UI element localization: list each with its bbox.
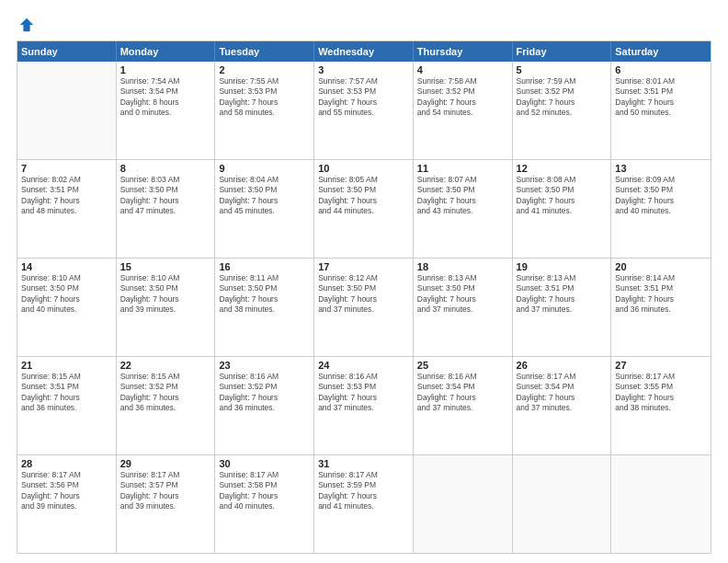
week-row-0: 1Sunrise: 7:54 AMSunset: 3:54 PMDaylight… bbox=[17, 62, 711, 160]
day-info: Sunrise: 8:17 AMSunset: 3:57 PMDaylight:… bbox=[120, 470, 211, 512]
day-number: 26 bbox=[517, 360, 608, 371]
svg-marker-0 bbox=[20, 18, 33, 31]
day-number: 3 bbox=[318, 64, 409, 75]
day-number: 16 bbox=[219, 261, 310, 272]
day-info: Sunrise: 8:08 AMSunset: 3:50 PMDaylight:… bbox=[517, 175, 608, 217]
day-info: Sunrise: 8:15 AMSunset: 3:51 PMDaylight:… bbox=[21, 372, 112, 414]
table-row: 21Sunrise: 8:15 AMSunset: 3:51 PMDayligh… bbox=[17, 357, 117, 454]
day-number: 13 bbox=[615, 163, 707, 174]
day-number: 22 bbox=[120, 360, 211, 371]
day-number: 10 bbox=[318, 163, 409, 174]
header-day-sunday: Sunday bbox=[17, 41, 117, 62]
day-number: 31 bbox=[318, 458, 409, 469]
day-info: Sunrise: 8:01 AMSunset: 3:51 PMDaylight:… bbox=[615, 76, 707, 119]
day-info: Sunrise: 8:10 AMSunset: 3:50 PMDaylight:… bbox=[120, 273, 211, 316]
table-row: 12Sunrise: 8:08 AMSunset: 3:50 PMDayligh… bbox=[513, 160, 612, 258]
table-row: 25Sunrise: 8:16 AMSunset: 3:54 PMDayligh… bbox=[414, 357, 513, 454]
day-info: Sunrise: 7:54 AMSunset: 3:54 PMDaylight:… bbox=[120, 76, 211, 119]
logo bbox=[17, 17, 35, 33]
day-number: 30 bbox=[219, 458, 310, 469]
day-number: 11 bbox=[417, 163, 508, 174]
table-row: 27Sunrise: 8:17 AMSunset: 3:55 PMDayligh… bbox=[611, 357, 711, 454]
day-number: 23 bbox=[219, 360, 310, 371]
table-row: 5Sunrise: 7:59 AMSunset: 3:52 PMDaylight… bbox=[513, 62, 612, 159]
day-info: Sunrise: 8:17 AMSunset: 3:54 PMDaylight:… bbox=[517, 372, 608, 414]
day-info: Sunrise: 8:13 AMSunset: 3:51 PMDaylight:… bbox=[517, 273, 608, 316]
table-row: 1Sunrise: 7:54 AMSunset: 3:54 PMDaylight… bbox=[117, 62, 216, 159]
table-row: 20Sunrise: 8:14 AMSunset: 3:51 PMDayligh… bbox=[611, 259, 711, 356]
header bbox=[17, 17, 711, 33]
week-row-1: 7Sunrise: 8:02 AMSunset: 3:51 PMDaylight… bbox=[17, 160, 711, 259]
day-number: 12 bbox=[517, 163, 608, 174]
header-day-monday: Monday bbox=[117, 41, 216, 62]
day-number: 8 bbox=[120, 163, 211, 174]
day-number: 20 bbox=[615, 261, 707, 272]
table-row: 14Sunrise: 8:10 AMSunset: 3:50 PMDayligh… bbox=[17, 259, 117, 356]
day-number: 21 bbox=[21, 360, 112, 371]
day-number: 2 bbox=[219, 64, 310, 75]
day-number: 24 bbox=[318, 360, 409, 371]
day-number: 1 bbox=[120, 64, 211, 75]
day-info: Sunrise: 8:17 AMSunset: 3:59 PMDaylight:… bbox=[318, 470, 409, 512]
day-info: Sunrise: 8:10 AMSunset: 3:50 PMDaylight:… bbox=[21, 273, 112, 316]
day-info: Sunrise: 8:07 AMSunset: 3:50 PMDaylight:… bbox=[417, 175, 508, 217]
day-number: 5 bbox=[517, 64, 608, 75]
week-row-2: 14Sunrise: 8:10 AMSunset: 3:50 PMDayligh… bbox=[17, 259, 711, 357]
day-number: 27 bbox=[615, 360, 707, 371]
table-row: 10Sunrise: 8:05 AMSunset: 3:50 PMDayligh… bbox=[314, 160, 414, 258]
table-row bbox=[513, 455, 612, 553]
day-info: Sunrise: 7:59 AMSunset: 3:52 PMDaylight:… bbox=[517, 76, 608, 119]
table-row: 13Sunrise: 8:09 AMSunset: 3:50 PMDayligh… bbox=[611, 160, 711, 258]
day-info: Sunrise: 8:04 AMSunset: 3:50 PMDaylight:… bbox=[219, 175, 310, 217]
header-day-friday: Friday bbox=[513, 41, 612, 62]
day-info: Sunrise: 8:03 AMSunset: 3:50 PMDaylight:… bbox=[120, 175, 211, 217]
week-row-3: 21Sunrise: 8:15 AMSunset: 3:51 PMDayligh… bbox=[17, 357, 711, 455]
table-row: 24Sunrise: 8:16 AMSunset: 3:53 PMDayligh… bbox=[314, 357, 414, 454]
day-number: 29 bbox=[120, 458, 211, 469]
calendar-body: 1Sunrise: 7:54 AMSunset: 3:54 PMDaylight… bbox=[17, 62, 711, 553]
table-row: 30Sunrise: 8:17 AMSunset: 3:58 PMDayligh… bbox=[215, 455, 314, 553]
table-row: 16Sunrise: 8:11 AMSunset: 3:50 PMDayligh… bbox=[215, 259, 314, 356]
day-info: Sunrise: 8:17 AMSunset: 3:58 PMDaylight:… bbox=[219, 470, 310, 512]
day-info: Sunrise: 8:02 AMSunset: 3:51 PMDaylight:… bbox=[21, 175, 112, 217]
page: SundayMondayTuesdayWednesdayThursdayFrid… bbox=[0, 0, 728, 563]
day-number: 15 bbox=[120, 261, 211, 272]
table-row bbox=[414, 455, 513, 553]
table-row: 31Sunrise: 8:17 AMSunset: 3:59 PMDayligh… bbox=[314, 455, 414, 553]
header-day-thursday: Thursday bbox=[414, 41, 513, 62]
table-row: 15Sunrise: 8:10 AMSunset: 3:50 PMDayligh… bbox=[117, 259, 216, 356]
day-number: 9 bbox=[219, 163, 310, 174]
table-row: 22Sunrise: 8:15 AMSunset: 3:52 PMDayligh… bbox=[117, 357, 216, 454]
day-info: Sunrise: 8:16 AMSunset: 3:54 PMDaylight:… bbox=[417, 372, 508, 414]
calendar: SundayMondayTuesdayWednesdayThursdayFrid… bbox=[17, 40, 711, 554]
header-day-saturday: Saturday bbox=[611, 41, 711, 62]
day-number: 4 bbox=[417, 64, 508, 75]
day-info: Sunrise: 8:16 AMSunset: 3:52 PMDaylight:… bbox=[219, 372, 310, 414]
day-number: 28 bbox=[21, 458, 112, 469]
week-row-4: 28Sunrise: 8:17 AMSunset: 3:56 PMDayligh… bbox=[17, 455, 711, 553]
day-info: Sunrise: 8:12 AMSunset: 3:50 PMDaylight:… bbox=[318, 273, 409, 316]
table-row: 28Sunrise: 8:17 AMSunset: 3:56 PMDayligh… bbox=[17, 455, 117, 553]
table-row: 3Sunrise: 7:57 AMSunset: 3:53 PMDaylight… bbox=[314, 62, 414, 159]
day-info: Sunrise: 8:16 AMSunset: 3:53 PMDaylight:… bbox=[318, 372, 409, 414]
table-row bbox=[17, 62, 117, 159]
day-number: 25 bbox=[417, 360, 508, 371]
day-info: Sunrise: 8:13 AMSunset: 3:50 PMDaylight:… bbox=[417, 273, 508, 316]
table-row: 26Sunrise: 8:17 AMSunset: 3:54 PMDayligh… bbox=[513, 357, 612, 454]
day-info: Sunrise: 7:58 AMSunset: 3:52 PMDaylight:… bbox=[417, 76, 508, 119]
day-info: Sunrise: 8:17 AMSunset: 3:56 PMDaylight:… bbox=[21, 470, 112, 512]
day-info: Sunrise: 7:57 AMSunset: 3:53 PMDaylight:… bbox=[318, 76, 409, 119]
table-row: 6Sunrise: 8:01 AMSunset: 3:51 PMDaylight… bbox=[611, 62, 711, 159]
header-day-tuesday: Tuesday bbox=[215, 41, 314, 62]
table-row: 19Sunrise: 8:13 AMSunset: 3:51 PMDayligh… bbox=[513, 259, 612, 356]
day-info: Sunrise: 8:15 AMSunset: 3:52 PMDaylight:… bbox=[120, 372, 211, 414]
table-row: 8Sunrise: 8:03 AMSunset: 3:50 PMDaylight… bbox=[117, 160, 216, 258]
day-info: Sunrise: 8:11 AMSunset: 3:50 PMDaylight:… bbox=[219, 273, 310, 316]
table-row: 18Sunrise: 8:13 AMSunset: 3:50 PMDayligh… bbox=[414, 259, 513, 356]
table-row: 11Sunrise: 8:07 AMSunset: 3:50 PMDayligh… bbox=[414, 160, 513, 258]
day-info: Sunrise: 8:05 AMSunset: 3:50 PMDaylight:… bbox=[318, 175, 409, 217]
table-row: 4Sunrise: 7:58 AMSunset: 3:52 PMDaylight… bbox=[414, 62, 513, 159]
day-number: 18 bbox=[417, 261, 508, 272]
day-number: 14 bbox=[21, 261, 112, 272]
day-info: Sunrise: 8:14 AMSunset: 3:51 PMDaylight:… bbox=[615, 273, 707, 316]
